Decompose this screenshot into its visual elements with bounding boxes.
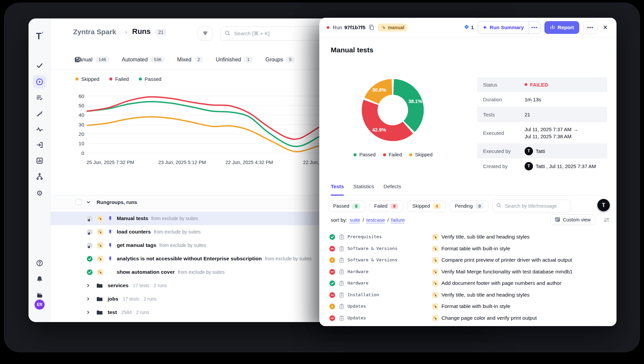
- clipboard-icon: [339, 234, 344, 240]
- chevron-down-icon[interactable]: [86, 200, 91, 204]
- sidebar-item-bell[interactable]: [33, 272, 46, 286]
- sidebar-item-help[interactable]: [33, 256, 46, 270]
- test-suite: Prerequisites: [347, 234, 382, 239]
- tab-unfinished[interactable]: Unfinished1: [216, 56, 253, 63]
- folder-icon: [96, 282, 103, 289]
- chip-passed[interactable]: Passed8: [328, 200, 365, 212]
- failed-status-icon: [329, 292, 335, 298]
- page-title: Runs: [132, 27, 151, 36]
- test-row[interactable]: PrerequisitesVerify title, sub title and…: [319, 231, 616, 243]
- chevron-right-icon[interactable]: [86, 310, 90, 314]
- close-icon[interactable]: ✕: [601, 23, 609, 32]
- tab-groups[interactable]: Groups5: [265, 56, 294, 63]
- test-title: Verify title, sub title and heading styl…: [441, 292, 530, 298]
- report-button[interactable]: Report: [544, 21, 579, 34]
- svg-text:30: 30: [78, 122, 84, 127]
- app-logo[interactable]: T': [29, 31, 51, 42]
- folder-name: jobs: [108, 296, 118, 302]
- filter-lines-icon: [202, 30, 208, 37]
- run-title: Manual tests: [331, 46, 373, 54]
- info-label: Duration: [483, 97, 525, 102]
- cursor-click-icon: [432, 280, 438, 287]
- sort-link-testcase[interactable]: testcase: [366, 217, 385, 223]
- breadcrumb-project[interactable]: Zyntra Spark: [73, 28, 116, 36]
- sidebar-item-play-circle[interactable]: [33, 75, 46, 89]
- test-row[interactable]: HardwareVerify Mail Merge functionality …: [319, 266, 616, 278]
- tab-label: Automated: [122, 57, 148, 63]
- tests-list: PrerequisitesVerify title, sub title and…: [319, 231, 616, 326]
- chip-label: Passed: [333, 203, 349, 209]
- search-input[interactable]: [233, 30, 327, 37]
- donut-label-passed: 38.1%: [408, 99, 422, 104]
- test-row[interactable]: InstallationVerify title, sub title and …: [319, 290, 616, 301]
- legend-dot: [75, 77, 78, 81]
- tatti-avatar: T: [525, 147, 533, 155]
- activity-icon: [36, 125, 43, 133]
- test-row[interactable]: UpdatesChange page color and verify prin…: [319, 313, 616, 324]
- select-all-icon[interactable]: [74, 56, 81, 64]
- sidebar-item-check[interactable]: [33, 59, 46, 72]
- sidebar-item-git-branch[interactable]: [33, 170, 46, 183]
- info-row-status: StatusFAILED: [477, 77, 607, 92]
- folder-name: services: [108, 282, 128, 289]
- failed-status-icon: [329, 269, 335, 275]
- run-summary-more-button[interactable]: •••: [529, 21, 540, 34]
- chip-failed[interactable]: Failed9: [369, 200, 404, 212]
- tab-mixed[interactable]: Mixed2: [177, 56, 203, 63]
- tab-defects[interactable]: Defects: [383, 184, 401, 195]
- select-all-checkbox[interactable]: [75, 199, 82, 205]
- tab-statistics[interactable]: Statistics: [353, 184, 374, 195]
- tab-automated[interactable]: Automated536: [122, 56, 164, 63]
- user-avatar[interactable]: ER: [35, 300, 45, 310]
- cursor-click-icon: [432, 315, 438, 321]
- chip-pending[interactable]: Pending0: [450, 200, 488, 212]
- legend-label: Failed: [389, 152, 402, 157]
- test-row[interactable]: UpdatesFormat table with built-in style: [319, 301, 616, 313]
- run-id: 97f1b7f5: [344, 24, 365, 31]
- sidebar-item-steps[interactable]: [33, 107, 46, 120]
- folder-tests-count: 17 tests: [133, 283, 149, 288]
- sort-link-failure[interactable]: failure: [391, 217, 405, 223]
- custom-view-button[interactable]: Custom view: [550, 214, 595, 225]
- copy-icon[interactable]: [369, 24, 374, 30]
- chevron-right-icon[interactable]: [86, 297, 90, 301]
- global-search[interactable]: [220, 27, 332, 41]
- git-branch-icon: [36, 173, 43, 180]
- sliders-icon[interactable]: [603, 217, 610, 223]
- chevron-right-icon[interactable]: [86, 283, 90, 288]
- test-row-partial: [319, 324, 616, 326]
- sidebar-item-bar-chart[interactable]: [33, 154, 46, 167]
- test-row[interactable]: Software & VersionsCompare print preview…: [319, 255, 616, 266]
- cursor-click-icon: [432, 246, 438, 252]
- sort-link-suite[interactable]: suite: [350, 217, 360, 223]
- tab-tests[interactable]: Tests: [331, 184, 344, 195]
- search-icon: [496, 203, 501, 209]
- info-text: Tatti: [536, 148, 545, 154]
- sidebar-item-activity[interactable]: [33, 122, 46, 136]
- legend-item-passed: Passed: [139, 76, 161, 82]
- filter-button[interactable]: [198, 27, 213, 41]
- cursor-click-icon: [97, 269, 103, 275]
- run-title: analytics is not accessible without Ente…: [117, 256, 262, 262]
- status-text: FAILED: [530, 82, 548, 88]
- test-title: Change page color and verify print outpu…: [441, 315, 537, 321]
- sidebar-item-gear[interactable]: ⚙: [33, 186, 46, 200]
- executed-end: Jul 11, 2025 7:38 AM: [525, 133, 578, 140]
- sidebar-item-list-check[interactable]: [33, 91, 46, 104]
- assistant-avatar[interactable]: T: [597, 199, 610, 211]
- run-summary-button[interactable]: ✦Run Summary •••: [478, 21, 540, 34]
- more-options-button[interactable]: •••: [583, 21, 597, 34]
- folders-icon: [36, 292, 43, 299]
- running-status-icon: [87, 216, 93, 221]
- tests-search[interactable]: [492, 200, 571, 212]
- sidebar-item-import[interactable]: [33, 138, 46, 152]
- chip-skipped[interactable]: Skipped4: [407, 200, 446, 212]
- info-text: Tatti , Jul 11, 2025 7:37 AM: [536, 163, 596, 169]
- donut-svg: [354, 71, 431, 149]
- tatti-avatar: T: [525, 162, 533, 170]
- test-row[interactable]: HardwareAdd document footer with page nu…: [319, 278, 616, 290]
- test-row[interactable]: Software & VersionsFormat table with bui…: [319, 243, 616, 255]
- tests-search-input[interactable]: [504, 203, 567, 209]
- desktop-background: T' ⚙ ER Zyntra Spark › Runs 21 Manual146…: [0, 0, 644, 364]
- jira-issue-indicator[interactable]: 1: [464, 24, 474, 31]
